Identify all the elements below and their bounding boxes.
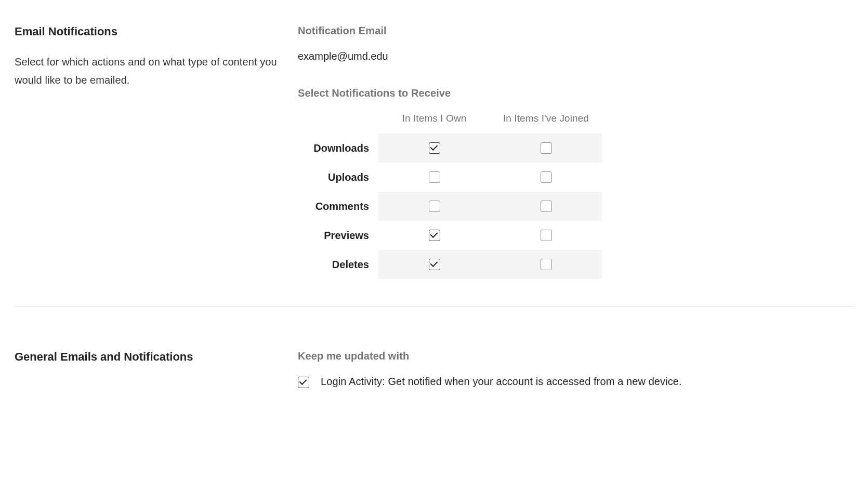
notif-checkbox-comments-joined[interactable] — [541, 201, 552, 212]
notif-checkbox-cell — [490, 192, 602, 221]
col-header-own: In Items I Own — [378, 113, 490, 134]
notif-row-label: Comments — [298, 192, 378, 221]
notif-checkbox-downloads-joined[interactable] — [541, 142, 552, 154]
notif-checkbox-comments-own[interactable] — [429, 201, 440, 212]
login-activity-row[interactable]: Login Activity: Get notified when your a… — [298, 376, 853, 388]
table-row: Previews — [298, 221, 602, 250]
table-row: Comments — [298, 192, 602, 221]
notif-checkbox-cell — [378, 221, 490, 250]
login-activity-label: Login Activity: Get notified when your a… — [321, 376, 682, 388]
col-header-joined: In Items I've Joined — [490, 113, 602, 134]
notif-checkbox-cell — [378, 163, 490, 192]
notification-email-value: example@umd.edu — [298, 50, 853, 62]
notif-checkbox-uploads-own[interactable] — [429, 171, 440, 183]
notif-checkbox-cell — [378, 250, 490, 279]
table-row: Deletes — [298, 250, 602, 279]
notif-checkbox-deletes-own[interactable] — [429, 259, 440, 270]
table-row: Downloads — [298, 134, 602, 163]
notif-checkbox-previews-joined[interactable] — [541, 230, 552, 241]
notif-checkbox-uploads-joined[interactable] — [541, 171, 552, 183]
email-notifications-title: Email Notifications — [15, 25, 277, 38]
notif-checkbox-cell — [490, 250, 602, 279]
notif-checkbox-cell — [490, 134, 602, 163]
notif-row-label: Previews — [298, 221, 378, 250]
general-emails-section: General Emails and Notifications Keep me… — [15, 350, 853, 388]
notif-checkbox-deletes-joined[interactable] — [541, 259, 552, 270]
keep-updated-label: Keep me updated with — [298, 350, 853, 362]
notif-row-label: Uploads — [298, 163, 378, 192]
notif-checkbox-downloads-own[interactable] — [429, 142, 440, 154]
email-notifications-section: Email Notifications Select for which act… — [15, 25, 853, 279]
login-activity-checkbox[interactable] — [298, 377, 309, 388]
select-notifications-label: Select Notifications to Receive — [298, 87, 853, 99]
notif-checkbox-cell — [490, 221, 602, 250]
table-row: Uploads — [298, 163, 602, 192]
notif-checkbox-cell — [490, 163, 602, 192]
general-emails-title: General Emails and Notifications — [15, 350, 277, 364]
notif-checkbox-previews-own[interactable] — [429, 230, 440, 241]
email-notifications-description: Select for which actions and on what typ… — [15, 53, 277, 89]
notif-checkbox-cell — [378, 134, 490, 163]
notif-row-label: Deletes — [298, 250, 378, 279]
notifications-table: In Items I Own In Items I've Joined Down… — [298, 113, 602, 279]
notif-row-label: Downloads — [298, 134, 378, 163]
notif-checkbox-cell — [378, 192, 490, 221]
notification-email-label: Notification Email — [298, 25, 853, 37]
